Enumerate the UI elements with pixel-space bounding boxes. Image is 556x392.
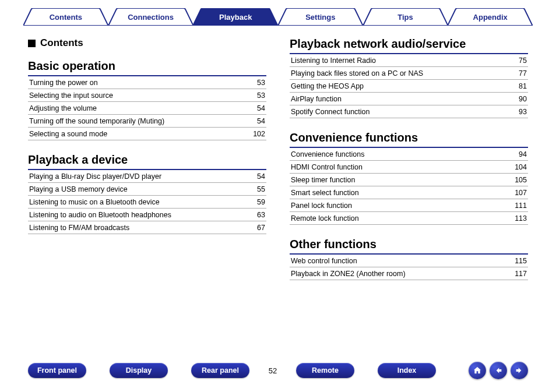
content-area: Contents Basic operationTurning the powe…: [0, 26, 556, 293]
toc-item-page: 54: [242, 117, 265, 125]
toc-item-page: 55: [242, 185, 265, 193]
toc-item-title: HDMI Control function: [291, 163, 504, 171]
toc-item-title: Listening to music on a Bluetooth device: [29, 198, 242, 206]
section: Playback a devicePlaying a Blu-ray Disc …: [28, 153, 266, 234]
toc-item-title: Sleep timer function: [291, 176, 504, 184]
toc-row[interactable]: HDMI Control function104: [290, 161, 528, 174]
toc-item-title: Spotify Connect function: [291, 108, 504, 116]
section-title: Basic operation: [28, 59, 266, 76]
toc-item-title: Selecting a sound mode: [29, 130, 242, 138]
toc-row[interactable]: Convenience functions94: [290, 148, 528, 161]
section: Other functionsWeb control function115Pl…: [290, 238, 528, 280]
toc-item-page: 54: [242, 104, 265, 112]
toc-row[interactable]: Playback in ZONE2 (Another room)117: [290, 267, 528, 280]
toc-row[interactable]: Web control function115: [290, 255, 528, 267]
toc-item-page: 59: [242, 198, 265, 206]
left-column: Contents Basic operationTurning the powe…: [28, 37, 266, 293]
toc-item-page: 104: [504, 163, 527, 171]
toc-item-title: Listening to audio on Bluetooth headphon…: [29, 211, 242, 219]
toc-item-title: Playback in ZONE2 (Another room): [291, 270, 504, 278]
toc-row[interactable]: Turning off the sound temporarily (Mutin…: [28, 115, 266, 128]
toc-item-page: 53: [242, 91, 265, 100]
toc-item-title: Selecting the input source: [29, 91, 242, 100]
tab-settings[interactable]: Settings: [278, 8, 363, 26]
toc-row[interactable]: Listening to music on a Bluetooth device…: [28, 196, 266, 209]
section-title: Playback a device: [28, 153, 266, 170]
toc-row[interactable]: AirPlay function90: [290, 93, 528, 105]
toc-row[interactable]: Turning the power on53: [28, 76, 266, 89]
nav-circle-group: [469, 362, 528, 379]
toc-row[interactable]: Remote lock function113: [290, 212, 528, 225]
toc-item-title: Playing back files stored on a PC or NAS: [291, 69, 504, 77]
page-number: 52: [266, 366, 280, 375]
toc-row[interactable]: Listening to Internet Radio75: [290, 54, 528, 67]
toc-item-page: 111: [504, 202, 527, 210]
toc-item-page: 53: [242, 79, 265, 87]
toc-row[interactable]: Sleep timer function105: [290, 174, 528, 186]
toc-row[interactable]: Listening to audio on Bluetooth headphon…: [28, 209, 266, 221]
toc-row[interactable]: Selecting a sound mode102: [28, 128, 266, 140]
tab-playback[interactable]: Playback: [193, 8, 278, 26]
footer-button-rear-panel[interactable]: Rear panel: [191, 363, 249, 378]
section: Convenience functionsConvenience functio…: [290, 131, 528, 225]
toc-item-title: Turning off the sound temporarily (Mutin…: [29, 117, 242, 125]
section: Basic operationTurning the power on53Sel…: [28, 59, 266, 140]
toc-item-page: 77: [504, 69, 527, 77]
toc-row[interactable]: Adjusting the volume54: [28, 102, 266, 115]
toc-item-page: 105: [504, 176, 527, 184]
section-title: Other functions: [290, 238, 528, 255]
tab-contents[interactable]: Contents: [23, 8, 108, 26]
toc-item-page: 117: [504, 270, 527, 278]
toc-item-title: Listening to FM/AM broadcasts: [29, 224, 242, 232]
toc-row[interactable]: Spotify Connect function93: [290, 105, 528, 118]
left-sections: Basic operationTurning the power on53Sel…: [28, 59, 266, 234]
contents-heading: Contents: [28, 37, 266, 49]
footer-button-remote[interactable]: Remote: [296, 363, 354, 378]
toc-item-page: 67: [242, 224, 265, 232]
footer-button-display[interactable]: Display: [110, 363, 168, 378]
toc-item-title: Convenience functions: [291, 150, 504, 158]
toc-item-title: Panel lock function: [291, 202, 504, 210]
arrow-right-icon: [515, 366, 524, 375]
toc-item-title: Playing a USB memory device: [29, 185, 242, 193]
next-page-button[interactable]: [511, 362, 528, 379]
tab-label: Settings: [278, 8, 363, 26]
tab-appendix[interactable]: Appendix: [448, 8, 533, 26]
tab-nav: Contents Connections Playback Settings T…: [0, 0, 556, 26]
toc-item-page: 75: [504, 56, 527, 65]
toc-item-page: 81: [504, 82, 527, 90]
arrow-left-icon: [494, 366, 503, 375]
toc-item-page: 113: [504, 214, 527, 223]
toc-item-title: Web control function: [291, 257, 504, 265]
section: Playback network audio/serviceListening …: [290, 37, 528, 118]
toc-item-title: Getting the HEOS App: [291, 82, 504, 90]
toc-item-title: Turning the power on: [29, 79, 242, 87]
square-bullet-icon: [28, 40, 36, 47]
toc-row[interactable]: Selecting the input source53: [28, 89, 266, 102]
toc-item-title: Smart select function: [291, 189, 504, 197]
toc-item-page: 54: [242, 172, 265, 181]
home-icon: [473, 366, 482, 375]
tab-tips[interactable]: Tips: [363, 8, 448, 26]
right-column: Playback network audio/serviceListening …: [290, 37, 528, 293]
home-button[interactable]: [469, 362, 486, 379]
toc-item-title: AirPlay function: [291, 95, 504, 103]
toc-item-page: 63: [242, 211, 265, 219]
footer-button-front-panel[interactable]: Front panel: [28, 363, 86, 378]
toc-row[interactable]: Listening to FM/AM broadcasts67: [28, 221, 266, 234]
toc-row[interactable]: Playing a Blu-ray Disc player/DVD player…: [28, 170, 266, 183]
footer-button-index[interactable]: Index: [378, 363, 436, 378]
contents-heading-label: Contents: [40, 37, 83, 49]
toc-row[interactable]: Panel lock function111: [290, 199, 528, 212]
tab-label: Contents: [23, 8, 108, 26]
toc-row[interactable]: Playing back files stored on a PC or NAS…: [290, 67, 528, 80]
toc-item-page: 93: [504, 108, 527, 116]
toc-item-title: Playing a Blu-ray Disc player/DVD player: [29, 172, 242, 181]
prev-page-button[interactable]: [490, 362, 507, 379]
tab-label: Appendix: [448, 8, 533, 26]
tab-connections[interactable]: Connections: [108, 8, 193, 26]
toc-row[interactable]: Playing a USB memory device55: [28, 183, 266, 196]
toc-row[interactable]: Smart select function107: [290, 186, 528, 199]
toc-row[interactable]: Getting the HEOS App81: [290, 80, 528, 93]
toc-item-page: 107: [504, 189, 527, 197]
